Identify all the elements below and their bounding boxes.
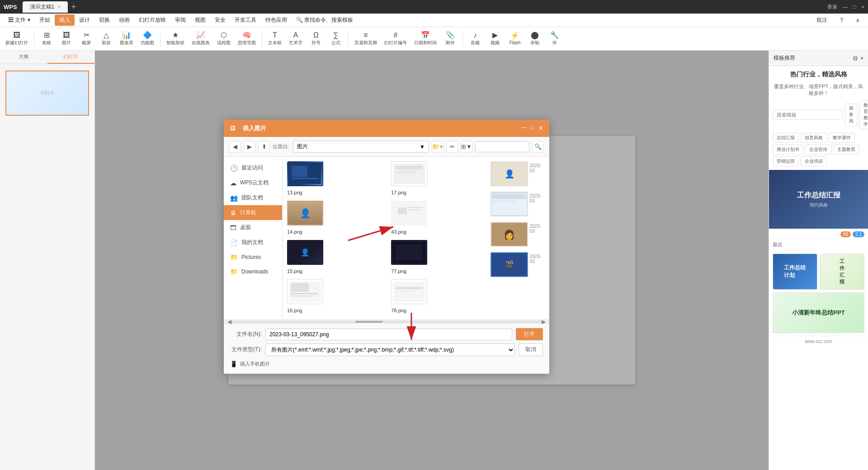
cat-tag-summary[interactable]: 总结汇报 [773, 133, 799, 143]
location-input[interactable]: 图片 ▼ [293, 141, 429, 153]
menu-special[interactable]: 特色应用 [261, 14, 292, 26]
new-tab-button[interactable]: + [71, 3, 75, 11]
file-item-17[interactable]: 17.png [391, 161, 481, 195]
view-toggle-button[interactable]: ⊞▼ [461, 141, 472, 153]
textbox-button[interactable]: T 文本框 [265, 30, 284, 47]
recent-template-3[interactable]: 小清新年终总结PPT [773, 292, 864, 333]
file-item-16[interactable]: 16.png [287, 279, 377, 313]
cat-tag-marketing[interactable]: 营销运营 [773, 156, 799, 166]
dialog-minimize-button[interactable]: — [521, 124, 526, 132]
nav-recent[interactable]: 🕐 最近访问 [224, 160, 282, 175]
menu-design[interactable]: 设计 [75, 14, 94, 26]
scroll-right-arrow[interactable]: ▶ [542, 319, 546, 325]
function-chart-button[interactable]: 🔷 功能图 [138, 30, 157, 47]
cat-tag-creative[interactable]: 创意风格 [801, 133, 827, 143]
file-item-14[interactable]: 👤 14.png [287, 201, 377, 235]
scrollbar-thumb[interactable] [355, 321, 382, 323]
file-item-date-3[interactable]: 👩 2023-03 [491, 222, 545, 247]
dialog-close-button[interactable]: × [539, 124, 543, 132]
video-button[interactable]: ▶ 视频 [486, 30, 504, 47]
file-item-15[interactable]: 👤 15.png [287, 240, 377, 274]
template-search-input[interactable] [773, 110, 843, 120]
menu-insert[interactable]: 插入 [55, 14, 75, 26]
cat-tag-business[interactable]: 商业计划书 [773, 145, 803, 155]
online-chart-button[interactable]: 📈 在线图表 [189, 30, 212, 47]
outline-tab[interactable]: 大纲 [0, 51, 47, 64]
cancel-button[interactable]: 取消 [519, 343, 543, 356]
chart-lib-button[interactable]: 📊 图表库 [117, 30, 136, 47]
minimize-button[interactable]: — [843, 4, 848, 9]
mindmap-button[interactable]: 🧠 思维导图 [235, 30, 259, 47]
menu-slideshow[interactable]: 幻灯片放映 [134, 14, 170, 26]
recent-template-1[interactable]: 工作总结计划 [773, 254, 817, 290]
up-button[interactable]: ⬆ [258, 141, 270, 153]
menu-security[interactable]: 安全 [210, 14, 230, 26]
phone-insert-row[interactable]: 📱 插入手机图片 [230, 359, 543, 369]
wordart-button[interactable]: A 艺术字 [286, 30, 305, 47]
dialog-scrollbar[interactable]: ◀ ▶ [224, 320, 549, 323]
file-item-43[interactable]: 43.png [391, 201, 481, 235]
menu-transition[interactable]: 切换 [94, 14, 114, 26]
rename-button[interactable]: ✏ [446, 141, 458, 153]
file-item-selected[interactable]: 🎬 2023-03 [491, 252, 545, 277]
menu-review[interactable]: 审阅 [170, 14, 190, 26]
image-button[interactable]: 🖼 图片 [57, 30, 75, 47]
menu-animation[interactable]: 动画 [114, 14, 134, 26]
style-tag-1[interactable]: 商务风 [845, 103, 858, 126]
symbol-button[interactable]: Ω 符号 [307, 30, 325, 47]
cat-tag-theme[interactable]: 主题教育 [833, 145, 859, 155]
nav-team[interactable]: 👥 团队文档 [224, 190, 282, 205]
formula-button[interactable]: ∑ 公式 [327, 30, 345, 47]
scroll-left-arrow[interactable]: ◀ [227, 319, 231, 325]
new-folder-button[interactable]: 📁+ [432, 141, 443, 153]
cat-tag-teaching[interactable]: 教学课件 [829, 133, 855, 143]
header-footer-button[interactable]: ≡ 页眉和页脚 [352, 30, 380, 47]
menu-file[interactable]: ☰ 文件 ▾ [4, 14, 35, 26]
audio-button[interactable]: ♪ 音频 [466, 30, 484, 47]
close-button[interactable]: × [862, 4, 864, 9]
work-button[interactable]: 🔧 作 [546, 30, 564, 47]
table-button[interactable]: ⊞ 表格 [38, 30, 56, 47]
file-item-13[interactable]: 13.png [287, 161, 377, 195]
file-item-date-2[interactable]: 2023-03 [491, 192, 545, 216]
recent-template-2[interactable]: 工作汇报 [820, 254, 865, 290]
menu-search[interactable]: 🔍 查找命令、搜索模板 [292, 14, 358, 26]
file-item-date-1[interactable]: 👤 2023-03 [491, 161, 545, 186]
nav-my-docs[interactable]: 📄 我的文档 [224, 235, 282, 250]
menu-comment[interactable]: 批注 [812, 14, 832, 26]
open-button[interactable]: 打开 [516, 328, 543, 340]
file-search-input[interactable] [475, 141, 529, 152]
forward-button[interactable]: ▶ [244, 141, 255, 153]
right-panel-collapse-icon[interactable]: ⊟ [853, 55, 858, 61]
filetype-select[interactable]: 所有图片(*.emf;*.wmf;*.jpg;*.jpeg;*.jpe;*.pn… [265, 343, 515, 356]
search-button[interactable]: 🔍 [532, 141, 544, 153]
menu-home[interactable]: 开始 [35, 14, 55, 26]
menu-view[interactable]: 视图 [190, 14, 210, 26]
shape-button[interactable]: △ 形状 [97, 30, 115, 47]
cat-tag-promo[interactable]: 企业宣传 [805, 145, 831, 155]
nav-desktop[interactable]: 🗔 桌面 [224, 220, 282, 235]
filename-input[interactable] [265, 329, 512, 340]
slide-number-button[interactable]: # 幻灯片编号 [382, 30, 410, 47]
menu-settings[interactable]: ∧ [851, 15, 864, 25]
menu-developer[interactable]: 开发工具 [230, 14, 261, 26]
cat-tag-training[interactable]: 企业培训 [801, 156, 827, 166]
document-tab[interactable]: 演示文稿1 × [23, 1, 68, 13]
tab-close-icon[interactable]: × [58, 5, 61, 9]
nav-wps-cloud[interactable]: ☁ WPS云文档 [224, 175, 282, 190]
flash-button[interactable]: ⚡ Flash [506, 31, 524, 47]
date-time-button[interactable]: 📅 日期和时间 [411, 30, 439, 47]
file-item-77[interactable]: 77.png [391, 240, 481, 274]
template-banner[interactable]: 工作总结汇报 简约风格 [769, 170, 868, 229]
nav-pictures[interactable]: 📁 Pictures [224, 250, 282, 264]
dialog-maximize-button[interactable]: □ [531, 124, 534, 132]
style-tag-2[interactable]: 教育教学 [859, 100, 868, 129]
slides-tab[interactable]: 幻灯片 [47, 51, 95, 64]
smart-shape-button[interactable]: ★ 智能形状 [164, 30, 187, 47]
file-item-78[interactable]: 78.png [391, 279, 481, 313]
nav-downloads[interactable]: 📁 Downloads [224, 264, 282, 279]
nav-computer[interactable]: 🖥 计算机 [224, 205, 282, 220]
menu-help[interactable]: ? [835, 15, 848, 25]
attachment-button[interactable]: 📎 附件 [441, 30, 459, 47]
maximize-button[interactable]: □ [853, 4, 856, 9]
